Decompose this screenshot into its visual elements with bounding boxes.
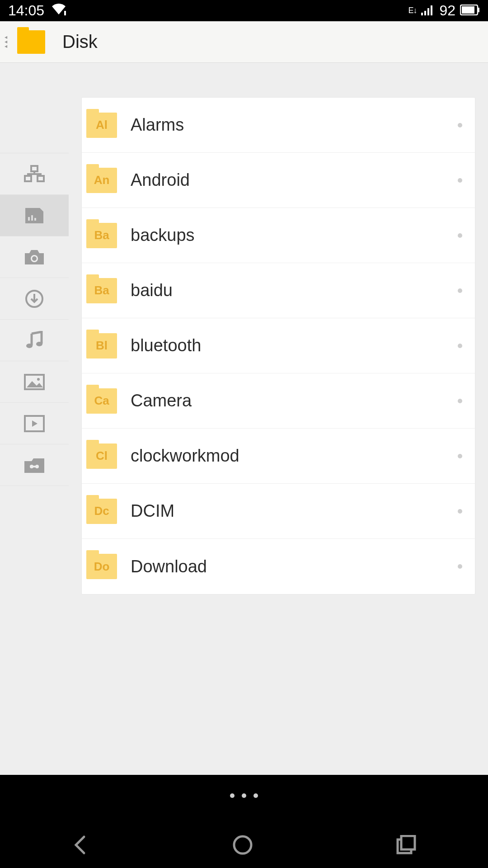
sidebar-item-lan[interactable]: [0, 153, 69, 195]
more-icon[interactable]: [458, 233, 462, 238]
dot-icon: [230, 793, 235, 798]
recents-button[interactable]: [396, 835, 417, 857]
file-list[interactable]: Al Alarms An Android Ba backups Ba baidu…: [81, 97, 475, 594]
folder-row[interactable]: Al Alarms: [82, 98, 475, 153]
folder-icon: An: [86, 168, 117, 193]
more-icon[interactable]: [458, 564, 462, 569]
svg-rect-24: [33, 466, 36, 467]
svg-rect-4: [431, 5, 432, 15]
svg-rect-3: [427, 8, 429, 15]
folder-name: baidu: [131, 281, 458, 300]
home-button[interactable]: [232, 834, 253, 858]
sidebar-item-videos[interactable]: [0, 403, 69, 444]
status-time: 14:05: [8, 2, 44, 19]
svg-rect-10: [38, 176, 44, 181]
more-icon[interactable]: [458, 288, 462, 293]
smartbar[interactable]: [0, 775, 488, 816]
folder-name: Alarms: [131, 115, 458, 135]
folder-icon: Ba: [86, 223, 117, 248]
lan-icon: [24, 165, 45, 183]
folder-icon: Al: [86, 113, 117, 138]
download-icon: [25, 289, 44, 308]
folder-icon: Ca: [86, 388, 117, 414]
drawer-handle-icon[interactable]: ◀◀◀: [5, 36, 7, 48]
folder-icon: Ba: [86, 278, 117, 303]
svg-rect-1: [421, 13, 423, 15]
sd-card-icon: [24, 207, 44, 224]
folder-name: Camera: [131, 391, 458, 410]
svg-rect-13: [34, 218, 36, 221]
sidebar-item-hidden[interactable]: [0, 444, 69, 486]
folder-row[interactable]: Ca Camera: [82, 373, 475, 429]
sidebar-item-pictures[interactable]: [0, 361, 69, 403]
folder-abbr: Ba: [94, 283, 109, 297]
folder-row[interactable]: Cl clockworkmod: [82, 429, 475, 484]
more-icon[interactable]: [458, 454, 462, 458]
folder-row[interactable]: An Android: [82, 153, 475, 208]
file-list-container: Al Alarms An Android Ba backups Ba baidu…: [69, 63, 488, 775]
battery-icon: [460, 2, 480, 19]
sidebar-item-camera[interactable]: [0, 236, 69, 278]
folder-name: bluetooth: [131, 336, 458, 355]
svg-rect-8: [31, 166, 38, 171]
app-header: ◀◀◀ Disk: [0, 21, 488, 63]
folder-abbr: Ca: [94, 394, 109, 408]
folder-row[interactable]: Bl bluetooth: [82, 318, 475, 373]
sidebar: [0, 63, 69, 775]
folder-abbr: Do: [94, 560, 110, 574]
svg-rect-6: [462, 6, 474, 14]
folder-row[interactable]: Ba backups: [82, 208, 475, 263]
svg-rect-11: [28, 217, 30, 221]
folder-name: Android: [131, 170, 458, 190]
wifi-icon: [51, 2, 67, 19]
dot-icon: [253, 793, 258, 798]
network-type-icon: E↓: [408, 6, 417, 15]
more-icon[interactable]: [458, 344, 462, 348]
sidebar-item-downloads[interactable]: [0, 278, 69, 320]
svg-point-20: [37, 378, 40, 381]
folder-abbr: Dc: [94, 504, 109, 518]
folder-icon: [17, 30, 45, 54]
folder-name: DCIM: [131, 501, 458, 521]
folder-name: Download: [131, 557, 458, 576]
svg-point-25: [234, 836, 251, 854]
more-icon[interactable]: [458, 399, 462, 403]
folder-row[interactable]: Do Download: [82, 539, 475, 594]
signal-icon: [421, 2, 435, 19]
more-icon[interactable]: [458, 509, 462, 514]
folder-abbr: Ba: [94, 228, 109, 242]
folder-abbr: An: [94, 173, 110, 187]
sidebar-spacer: [0, 63, 69, 153]
status-bar: 14:05 E↓ 92: [0, 0, 488, 21]
video-icon: [24, 415, 45, 432]
folder-icon: Bl: [86, 333, 117, 359]
folder-abbr: Cl: [96, 449, 108, 463]
svg-rect-2: [424, 11, 426, 15]
svg-rect-12: [31, 215, 33, 221]
svg-rect-27: [401, 836, 415, 849]
svg-point-18: [36, 342, 42, 346]
svg-rect-7: [478, 8, 479, 12]
more-icon[interactable]: [458, 123, 462, 127]
folder-icon: Do: [86, 554, 117, 579]
recents-icon: [396, 835, 417, 855]
folder-abbr: Bl: [96, 339, 108, 353]
sidebar-item-music[interactable]: [0, 320, 69, 361]
folder-row[interactable]: Ba baidu: [82, 263, 475, 318]
svg-rect-9: [25, 176, 31, 181]
camera-icon: [24, 249, 45, 266]
sidebar-item-storage[interactable]: [0, 195, 69, 236]
folder-abbr: Al: [96, 118, 108, 132]
svg-point-15: [32, 256, 37, 261]
back-button[interactable]: [71, 834, 89, 858]
folder-icon: Cl: [86, 443, 117, 469]
more-icon[interactable]: [458, 178, 462, 183]
folder-row[interactable]: Dc DCIM: [82, 484, 475, 539]
dot-icon: [242, 793, 246, 798]
breadcrumb-title[interactable]: Disk: [62, 32, 98, 52]
folder-name: clockworkmod: [131, 446, 458, 466]
folder-icon: Dc: [86, 499, 117, 524]
svg-rect-0: [64, 11, 66, 15]
svg-point-17: [26, 344, 33, 348]
content-area: Al Alarms An Android Ba backups Ba baidu…: [0, 63, 488, 775]
